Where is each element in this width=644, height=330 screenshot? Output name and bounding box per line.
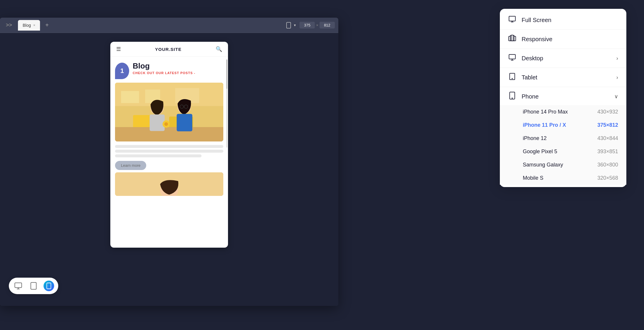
desktop-label: Desktop — [522, 55, 611, 62]
phone-submenu: iPhone 14 Pro Max 430×932 iPhone 11 Pro … — [500, 105, 626, 185]
badge-number: 1 — [115, 63, 129, 79]
browser-top-bar: >> Blog × + ▾ × — [0, 18, 338, 33]
samsung-dim: 360×800 — [597, 162, 618, 168]
device-selector-bar — [9, 278, 58, 294]
mobile-scrollbar[interactable] — [226, 59, 227, 148]
scrollbar-thumb — [226, 59, 227, 89]
content-lines — [115, 145, 223, 157]
divider-2 — [500, 49, 626, 49]
mobiles-dim: 320×568 — [597, 175, 618, 181]
pixel5-label: Google Pixel 5 — [523, 149, 597, 155]
pixel5-dim: 393×851 — [597, 149, 618, 155]
blog-image-svg — [115, 83, 223, 141]
submenu-pixel5[interactable]: Google Pixel 5 393×851 — [500, 145, 626, 158]
svg-rect-28 — [509, 16, 515, 21]
blog-title: Blog — [133, 61, 195, 71]
content-line-2 — [115, 150, 223, 153]
desktop-device-button[interactable] — [13, 281, 24, 291]
submenu-iphone14[interactable]: iPhone 14 Pro Max 430×932 — [500, 105, 626, 119]
dimension-display: × — [299, 22, 335, 29]
browser-tab[interactable]: Blog × — [18, 20, 40, 31]
svg-rect-0 — [287, 22, 291, 28]
samsung-label: Samsung Galaxy — [523, 162, 597, 168]
phone-icon — [285, 22, 292, 29]
phone-arrow: ∨ — [614, 93, 618, 100]
iphone12-label: iPhone 12 — [523, 135, 597, 141]
second-blog-image — [115, 172, 223, 196]
iphone12-dim: 430×844 — [597, 135, 618, 141]
svg-rect-26 — [47, 283, 51, 289]
device-selector-button[interactable]: ▾ — [285, 22, 296, 29]
tablet-icon — [29, 282, 38, 290]
svg-rect-11 — [150, 114, 165, 131]
mobile-nav: ☰ YOUR.SITE 🔍 — [110, 42, 228, 57]
submenu-samsung[interactable]: Samsung Galaxy 360×800 — [500, 158, 626, 171]
svg-point-38 — [512, 78, 512, 79]
iphone11-dim: 375×812 — [597, 122, 618, 128]
mobile-preview-frame: ☰ YOUR.SITE 🔍 1 Blog CHECK OUT OUR LATES… — [110, 42, 228, 248]
svg-rect-33 — [511, 35, 513, 41]
dropdown-item-desktop[interactable]: Desktop › — [500, 49, 626, 67]
svg-rect-9 — [115, 127, 223, 141]
blog-title-text: Blog CHECK OUT OUR LATEST POSTS - — [133, 61, 195, 75]
tablet-label: Tablet — [522, 74, 611, 81]
dropdown-item-responsive[interactable]: Responsive — [500, 30, 626, 48]
tab-close-button[interactable]: × — [33, 23, 35, 27]
divider-1 — [500, 29, 626, 30]
tablet-dropdown-icon — [508, 73, 516, 82]
svg-rect-13 — [177, 114, 192, 131]
phone-label: Phone — [522, 93, 609, 100]
address-bar-area: ▾ × — [54, 22, 335, 29]
fullscreen-icon — [508, 15, 516, 25]
svg-point-40 — [512, 98, 512, 99]
hamburger-icon[interactable]: ☰ — [116, 46, 121, 52]
learn-more-button[interactable]: Learn more — [115, 161, 146, 170]
submenu-mobiles[interactable]: Mobile S 320×568 — [500, 171, 626, 185]
height-input[interactable] — [319, 22, 335, 29]
fullscreen-label: Full Screen — [522, 17, 618, 24]
svg-rect-24 — [31, 282, 36, 289]
submenu-iphone12[interactable]: iPhone 12 430×844 — [500, 132, 626, 145]
desktop-dropdown-icon — [508, 54, 516, 63]
desktop-arrow: › — [616, 55, 618, 61]
dropdown-item-fullscreen[interactable]: Full Screen — [500, 11, 626, 29]
tablet-device-button[interactable] — [28, 281, 39, 291]
content-line-1 — [115, 145, 223, 148]
mobile-content: 1 Blog CHECK OUT OUR LATEST POSTS - — [110, 57, 228, 201]
blog-image — [115, 83, 223, 141]
iphone14-dim: 430×932 — [597, 109, 618, 115]
responsive-label: Responsive — [522, 36, 618, 43]
forward-button[interactable]: >> — [4, 21, 14, 29]
svg-rect-34 — [509, 54, 515, 59]
browser-window: >> Blog × + ▾ × — [0, 18, 338, 306]
submenu-iphone11[interactable]: iPhone 11 Pro / X 375×812 — [500, 119, 626, 132]
svg-rect-4 — [121, 91, 139, 103]
tablet-arrow: › — [616, 74, 618, 81]
site-name: YOUR.SITE — [155, 47, 182, 52]
tab-add-button[interactable]: + — [44, 22, 51, 29]
desktop-icon — [14, 282, 22, 290]
blog-subtitle: CHECK OUT OUR LATEST POSTS - — [133, 71, 195, 75]
iphone14-label: iPhone 14 Pro Max — [523, 109, 597, 115]
mobiles-label: Mobile S — [523, 175, 597, 181]
dropdown-item-phone[interactable]: Phone ∨ — [500, 88, 626, 105]
svg-point-18 — [164, 122, 168, 126]
iphone11-label: iPhone 11 Pro / X — [523, 122, 597, 128]
responsive-icon — [508, 34, 516, 44]
dropdown-item-tablet[interactable]: Tablet › — [500, 69, 626, 86]
blog-title-area: 1 Blog CHECK OUT OUR LATEST POSTS - — [115, 61, 223, 79]
search-icon[interactable]: 🔍 — [216, 46, 222, 52]
content-line-3 — [115, 154, 202, 157]
phone-device-button[interactable] — [44, 281, 54, 291]
width-input[interactable] — [299, 22, 315, 29]
phone-dropdown-icon — [508, 92, 516, 101]
divider-3 — [500, 68, 626, 68]
phone-active-icon — [45, 282, 52, 289]
divider-4 — [500, 87, 626, 87]
svg-rect-21 — [15, 283, 21, 288]
editor-area: ☰ YOUR.SITE 🔍 1 Blog CHECK OUT OUR LATES… — [0, 33, 338, 306]
dropdown-arrow: ▾ — [294, 23, 296, 27]
dropdown-panel: Full Screen Responsive Desktop › — [500, 9, 626, 187]
tab-label: Blog — [23, 23, 31, 28]
dimension-separator: × — [316, 23, 318, 27]
